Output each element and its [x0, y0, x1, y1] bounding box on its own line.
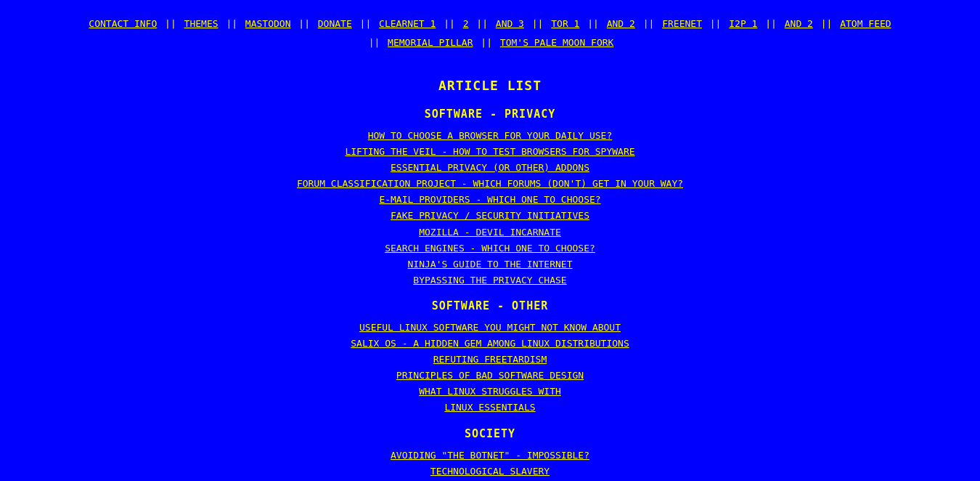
nav-clearnet-1[interactable]: CLEARNET 1 — [379, 18, 436, 29]
separator-6: || — [476, 18, 493, 29]
article-linux-struggles[interactable]: WHAT LINUX STRUGGLES WITH — [15, 384, 965, 400]
section-title-society: SOCIETY — [15, 427, 965, 440]
nav-donate[interactable]: DONATE — [318, 18, 352, 29]
separator-1: || — [165, 18, 181, 29]
separator-8: || — [587, 18, 604, 29]
article-fake-privacy[interactable]: FAKE PRIVACY / SECURITY INITIATIVES — [15, 208, 965, 224]
article-useful-linux-software[interactable]: USEFUL LINUX SOFTWARE YOU MIGHT NOT KNOW… — [15, 320, 965, 336]
separator-12: || — [821, 18, 838, 29]
article-linux-essentials[interactable]: LINUX ESSENTIALS — [15, 400, 965, 416]
nav-and-2[interactable]: AND 2 — [607, 18, 635, 29]
article-bypassing-privacy[interactable]: BYPASSING THE PRIVACY CHASE — [15, 272, 965, 288]
nav-themes[interactable]: THEMES — [184, 18, 219, 29]
nav-clearnet-2[interactable]: 2 — [463, 18, 469, 29]
section-title-software-other: SOFTWARE - OTHER — [15, 299, 965, 312]
separator-5: || — [444, 18, 460, 29]
separator-4: || — [360, 18, 377, 29]
main-content: ARTICLE LIST SOFTWARE - PRIVACY HOW TO C… — [0, 60, 980, 481]
nav-contact-info[interactable]: CONTACT INFO — [89, 18, 157, 29]
article-avoiding-botnet[interactable]: AVOIDING "THE BOTNET" - IMPOSSIBLE? — [15, 448, 965, 464]
nav-atom-feed[interactable]: ATOM FEED — [840, 18, 891, 29]
section-software-other: SOFTWARE - OTHER USEFUL LINUX SOFTWARE Y… — [15, 299, 965, 416]
article-mozilla-devil[interactable]: MOZILLA - DEVIL INCARNATE — [15, 225, 965, 240]
separator-14: || — [481, 37, 497, 48]
section-title-software-privacy: SOFTWARE - PRIVACY — [15, 108, 965, 121]
article-forum-classification[interactable]: FORUM CLASSIFICATION PROJECT - WHICH FOR… — [15, 176, 965, 192]
nav-and-3[interactable]: AND 3 — [496, 18, 524, 29]
article-essential-privacy-addons[interactable]: ESSENTIAL PRIVACY (OR OTHER) ADDONS — [15, 160, 965, 176]
separator-3: || — [298, 18, 315, 29]
article-bad-software-design[interactable]: PRINCIPLES OF BAD SOFTWARE DESIGN — [15, 368, 965, 384]
article-browser-daily-use[interactable]: HOW TO CHOOSE A BROWSER FOR YOUR DAILY U… — [15, 128, 965, 144]
section-software-privacy: SOFTWARE - PRIVACY HOW TO CHOOSE A BROWS… — [15, 108, 965, 288]
nav-memorial-pillar[interactable]: MEMORIAL PILLAR — [388, 37, 473, 48]
nav-i2p-and-2[interactable]: AND 2 — [785, 18, 813, 29]
nav-i2p-1[interactable]: I2P 1 — [729, 18, 757, 29]
separator-9: || — [643, 18, 660, 29]
article-email-providers[interactable]: E-MAIL PROVIDERS - WHICH ONE TO CHOOSE? — [15, 192, 965, 208]
article-technological-slavery[interactable]: TECHNOLOGICAL SLAVERY — [15, 464, 965, 480]
separator-2: || — [226, 18, 242, 29]
section-society: SOCIETY AVOIDING "THE BOTNET" - IMPOSSIB… — [15, 427, 965, 482]
article-search-engines[interactable]: SEARCH ENGINES - WHICH ONE TO CHOOSE? — [15, 240, 965, 256]
nav-mastodon[interactable]: MASTODON — [245, 18, 291, 29]
page-title: ARTICLE LIST — [15, 78, 965, 93]
top-navigation: CONTACT INFO || THEMES || MASTODON || DO… — [0, 0, 980, 60]
separator-10: || — [710, 18, 727, 29]
nav-toms-pale-moon-fork[interactable]: TOM'S PALE MOON FORK — [500, 37, 614, 48]
nav-freenet[interactable]: FREENET — [662, 18, 702, 29]
article-salix-os[interactable]: SALIX OS - A HIDDEN GEM AMONG LINUX DIST… — [15, 336, 965, 352]
article-ninjas-guide[interactable]: NINJA'S GUIDE TO THE INTERNET — [15, 256, 965, 272]
article-refuting-freetardism[interactable]: REFUTING FREETARDISM — [15, 352, 965, 368]
nav-tor-1[interactable]: TOR 1 — [551, 18, 579, 29]
separator-13: || — [369, 37, 385, 48]
separator-11: || — [765, 18, 782, 29]
article-lifting-veil[interactable]: LIFTING THE VEIL - HOW TO TEST BROWSERS … — [15, 144, 965, 160]
separator-7: || — [532, 18, 549, 29]
